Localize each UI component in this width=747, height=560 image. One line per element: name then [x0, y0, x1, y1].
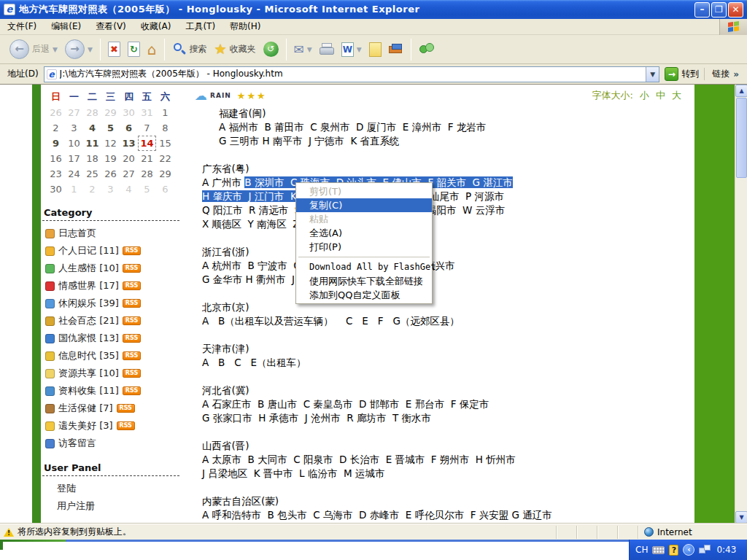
calendar-day[interactable]: 3	[101, 182, 120, 197]
calendar-day[interactable]: 1	[156, 105, 174, 120]
menu-item[interactable]: 文件(F)	[0, 19, 44, 34]
calendar-day[interactable]: 5	[138, 182, 156, 197]
rss-badge[interactable]: RSS	[123, 281, 141, 290]
calendar-day[interactable]: 17	[65, 151, 83, 166]
ctx-item-qq-panel[interactable]: 添加到QQ自定义面板	[296, 288, 432, 302]
calendar-day[interactable]: 27	[120, 166, 138, 182]
network-icon[interactable]	[699, 545, 712, 555]
menu-item[interactable]: 编辑(E)	[44, 19, 88, 34]
scroll-down-button[interactable]: ▼	[735, 511, 747, 524]
calendar-day[interactable]: 6	[156, 182, 174, 197]
language-indicator[interactable]: CH	[635, 545, 648, 555]
calendar-day[interactable]: 24	[65, 166, 83, 182]
calendar-day[interactable]: 15	[156, 136, 174, 151]
mail-button[interactable]: ✉▼	[290, 36, 316, 63]
rss-badge[interactable]: RSS	[123, 264, 141, 273]
help-tip-icon[interactable]: ?	[669, 545, 678, 556]
ctx-item-print[interactable]: 打印(P)	[296, 240, 432, 254]
edit-with-word-button[interactable]: W▼	[338, 36, 365, 63]
rss-badge[interactable]: RSS	[123, 299, 141, 308]
calendar-day[interactable]: 20	[120, 151, 138, 166]
scroll-thumb[interactable]	[736, 98, 747, 178]
calendar-day[interactable]: 1	[65, 182, 83, 197]
forward-button[interactable]: → ▼	[61, 36, 96, 63]
ctx-item-copy[interactable]: 复制(C)	[296, 198, 432, 212]
messenger-button[interactable]	[415, 36, 438, 63]
category-item[interactable]: 休闲娱乐 [39]RSS	[42, 295, 184, 312]
calendar-day[interactable]: 2	[47, 120, 65, 136]
calendar-day[interactable]: 13	[120, 136, 138, 151]
ctx-item-flashget-all-links[interactable]: 使用网际快车下载全部链接	[296, 274, 432, 288]
calendar-day[interactable]: 28	[83, 105, 101, 120]
font-size-large[interactable]: 大	[672, 89, 681, 102]
tray-collapse-icon[interactable]: ‹	[683, 544, 694, 556]
back-button[interactable]: ← 后退 ▼	[6, 36, 61, 63]
history-button[interactable]: ↺	[260, 36, 282, 63]
rss-badge[interactable]: RSS	[123, 386, 141, 395]
calendar-day[interactable]: 21	[138, 151, 156, 166]
calendar-day[interactable]: 9	[47, 136, 65, 151]
category-item[interactable]: 信息时代 [35]RSS	[42, 347, 184, 365]
rss-badge[interactable]: RSS	[117, 404, 135, 413]
refresh-button[interactable]: ↻	[124, 36, 144, 63]
user-panel-link[interactable]: 用户注册	[42, 497, 184, 515]
rss-badge[interactable]: RSS	[123, 334, 141, 343]
calendar-day[interactable]: 22	[156, 151, 174, 166]
font-size-small[interactable]: 小	[640, 89, 649, 102]
calendar-day[interactable]: 26	[101, 166, 120, 182]
calendar-day[interactable]: 31	[138, 105, 156, 120]
address-input[interactable]: e J:\地方汽车牌照对照表（2005年版） - Honglousky.htm …	[44, 66, 660, 82]
category-item[interactable]: 个人日记 [11]RSS	[42, 242, 184, 260]
calendar-day[interactable]: 10	[65, 136, 83, 151]
category-item[interactable]: 情感世界 [17]RSS	[42, 277, 184, 295]
forward-dropdown-icon[interactable]: ▼	[88, 46, 93, 53]
links-toolbar[interactable]: 链接 »	[704, 68, 745, 80]
home-button[interactable]: ⌂	[144, 36, 160, 63]
calendar-day[interactable]: 27	[65, 105, 83, 120]
calendar-day[interactable]: 6	[120, 120, 138, 136]
category-item[interactable]: 社会百态 [21]RSS	[42, 312, 184, 330]
ctx-item-flashget-download[interactable]: Download All by FlashGet	[296, 260, 432, 274]
maximize-button[interactable]: ❐	[711, 2, 727, 18]
back-dropdown-icon[interactable]: ▼	[53, 46, 58, 53]
ctx-item-select-all[interactable]: 全选(A)	[296, 226, 432, 240]
mail-dropdown-icon[interactable]: ▼	[307, 46, 312, 53]
category-item[interactable]: 生活保健 [7]RSS	[42, 400, 184, 417]
rss-badge[interactable]: RSS	[123, 246, 141, 255]
rss-badge[interactable]: RSS	[123, 351, 141, 360]
calendar-day[interactable]: 18	[83, 151, 101, 166]
minimize-button[interactable]: –	[694, 2, 710, 18]
discuss-button[interactable]	[385, 36, 407, 63]
category-item[interactable]: 人生感悟 [10]RSS	[42, 260, 184, 277]
calendar-day[interactable]: 30	[120, 105, 138, 120]
calendar-day[interactable]: 11	[83, 136, 101, 151]
category-item[interactable]: 国仇家恨 [13]RSS	[42, 330, 184, 347]
chevron-more-icon[interactable]: »	[733, 69, 739, 79]
category-item[interactable]: 资源共享 [10]RSS	[42, 365, 184, 382]
go-button[interactable]: → 转到	[659, 67, 704, 81]
calendar-today[interactable]: 14	[138, 136, 156, 151]
category-item[interactable]: 访客留言	[42, 435, 184, 452]
close-button[interactable]: ✕	[728, 2, 743, 18]
rss-badge[interactable]: RSS	[117, 421, 135, 430]
calendar-day[interactable]: 2	[83, 182, 101, 197]
calendar-day[interactable]: 8	[156, 120, 174, 136]
calendar-day[interactable]: 4	[120, 182, 138, 197]
rss-badge[interactable]: RSS	[123, 369, 141, 378]
calendar-day[interactable]: 4	[83, 120, 101, 136]
category-item[interactable]: 遗失美好 [3]RSS	[42, 417, 184, 435]
category-item[interactable]: 日志首页	[42, 225, 184, 242]
notes-button[interactable]	[365, 36, 385, 63]
calendar-day[interactable]: 19	[101, 151, 120, 166]
menu-item[interactable]: 查看(V)	[88, 19, 133, 34]
calendar-day[interactable]: 29	[101, 105, 120, 120]
menu-item[interactable]: 工具(T)	[178, 19, 222, 34]
menu-item[interactable]: 帮助(H)	[222, 19, 268, 34]
calendar-day[interactable]: 30	[47, 182, 65, 197]
keyboard-icon[interactable]	[652, 546, 665, 554]
user-panel-link[interactable]: 登陆	[42, 480, 184, 497]
print-button[interactable]	[316, 36, 338, 63]
calendar-day[interactable]: 3	[65, 120, 83, 136]
calendar-day[interactable]: 23	[47, 166, 65, 182]
calendar-day[interactable]: 16	[47, 151, 65, 166]
